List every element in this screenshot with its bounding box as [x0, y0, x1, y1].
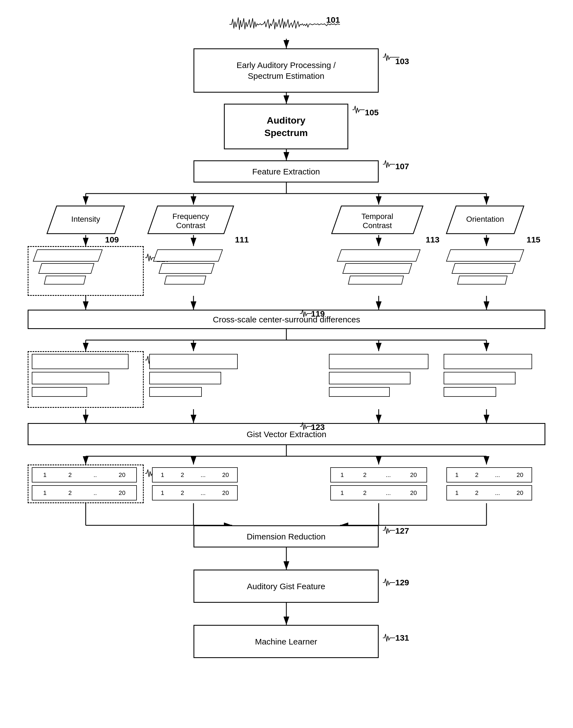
- feat-rect-1-3: [32, 387, 87, 397]
- feature-extraction-box: Feature Extraction: [194, 160, 379, 183]
- svg-text:Contrast: Contrast: [363, 221, 392, 230]
- scale-para-1-2: [37, 263, 95, 275]
- cross-scale-text: Cross-scale center-surround differences: [213, 314, 360, 325]
- scale-para-2-2: [158, 263, 216, 275]
- auditory-spectrum-text: Auditory Spectrum: [264, 114, 308, 139]
- svg-text:Contrast: Contrast: [176, 221, 205, 230]
- early-auditory-text: Early Auditory Processing / Spectrum Est…: [237, 60, 336, 81]
- feat-rect-3-3: [329, 387, 390, 397]
- scale-para-3-1: [336, 249, 421, 263]
- svg-text:Orientation: Orientation: [466, 215, 504, 223]
- scale-para-2-3: [163, 275, 207, 286]
- cross-scale-box: Cross-scale center-surround differences: [28, 310, 545, 329]
- scale-para-3-2: [342, 263, 413, 275]
- feature-extraction-text: Feature Extraction: [252, 166, 320, 177]
- svg-marker-59: [159, 263, 214, 273]
- feat-rect-2-1: [149, 354, 238, 369]
- svg-marker-64: [447, 250, 524, 261]
- early-auditory-box: Early Auditory Processing / Spectrum Est…: [194, 48, 379, 93]
- freq-contrast-parallelogram: Frequency Contrast: [147, 205, 235, 235]
- scale-para-3-3: [347, 275, 405, 286]
- feat-rect-2-2: [149, 372, 221, 384]
- scale-para-4-2: [451, 263, 517, 275]
- num-grid-3-1: 12...20: [330, 467, 427, 482]
- feat-rect-3-2: [329, 372, 411, 384]
- machine-learner-box: Machine Learner: [194, 625, 379, 658]
- dimension-reduction-box: Dimension Reduction: [194, 525, 379, 548]
- label-109: 109: [105, 235, 119, 245]
- feat-rect-4-3: [444, 387, 496, 397]
- feat-rect-3-1: [329, 354, 428, 369]
- num-grid-1-1: 12..20: [32, 467, 137, 482]
- svg-marker-58: [153, 250, 222, 261]
- scale-para-4-3: [456, 275, 509, 286]
- label-119: 119: [311, 309, 325, 318]
- label-115: 115: [527, 235, 540, 245]
- auditory-spectrum-box: Auditory Spectrum: [224, 104, 348, 149]
- svg-marker-63: [348, 276, 404, 284]
- svg-marker-66: [458, 276, 507, 284]
- svg-marker-65: [452, 263, 516, 273]
- label-129: 129: [395, 578, 409, 587]
- machine-learner-text: Machine Learner: [255, 636, 317, 647]
- feat-rect-4-1: [444, 354, 532, 369]
- svg-text:Temporal: Temporal: [361, 212, 393, 221]
- auditory-gist-box: Auditory Gist Feature: [194, 570, 379, 603]
- svg-text:Frequency: Frequency: [172, 212, 209, 221]
- dimension-reduction-text: Dimension Reduction: [247, 531, 325, 542]
- label-111: 111: [235, 235, 249, 245]
- feat-rect-1-2: [32, 372, 109, 384]
- scale-para-4-1: [445, 249, 525, 263]
- label-113: 113: [426, 235, 439, 245]
- svg-marker-57: [44, 276, 86, 284]
- num-grid-2-2: 12...20: [152, 485, 238, 501]
- svg-marker-62: [343, 263, 412, 273]
- feat-rect-1-1: [32, 354, 128, 369]
- intensity-parallelogram: Intensity: [46, 205, 126, 235]
- orientation-parallelogram: Orientation: [445, 205, 525, 235]
- gist-vector-box: Gist Vector Extraction: [28, 423, 545, 445]
- feat-rect-2-3: [149, 387, 202, 397]
- num-grid-4-2: 12...20: [447, 485, 532, 501]
- svg-marker-56: [39, 263, 94, 273]
- feat-rect-4-2: [444, 372, 516, 384]
- diagram: 101 Early Auditory Processing / Spectrum…: [0, 0, 573, 728]
- scale-para-1-1: [32, 249, 104, 263]
- label-107: 107: [395, 162, 409, 171]
- label-123: 123: [311, 422, 325, 432]
- auditory-gist-text: Auditory Gist Feature: [247, 581, 325, 592]
- scale-para-2-1: [152, 249, 224, 263]
- svg-marker-55: [33, 250, 102, 261]
- svg-text:Intensity: Intensity: [71, 215, 100, 223]
- scale-para-1-3: [43, 275, 87, 286]
- num-grid-2-1: 12...20: [152, 467, 238, 482]
- num-grid-1-2: 12..20: [32, 485, 137, 501]
- label-105: 105: [365, 108, 379, 117]
- label-101: 101: [326, 15, 340, 24]
- num-grid-4-1: 12...20: [447, 467, 532, 482]
- svg-marker-61: [337, 250, 420, 261]
- svg-marker-60: [164, 276, 206, 284]
- temporal-contrast-parallelogram: Temporal Contrast: [330, 205, 424, 235]
- num-grid-3-2: 12...20: [330, 485, 427, 501]
- label-131: 131: [395, 633, 409, 642]
- label-103: 103: [395, 57, 409, 66]
- label-127: 127: [395, 526, 409, 535]
